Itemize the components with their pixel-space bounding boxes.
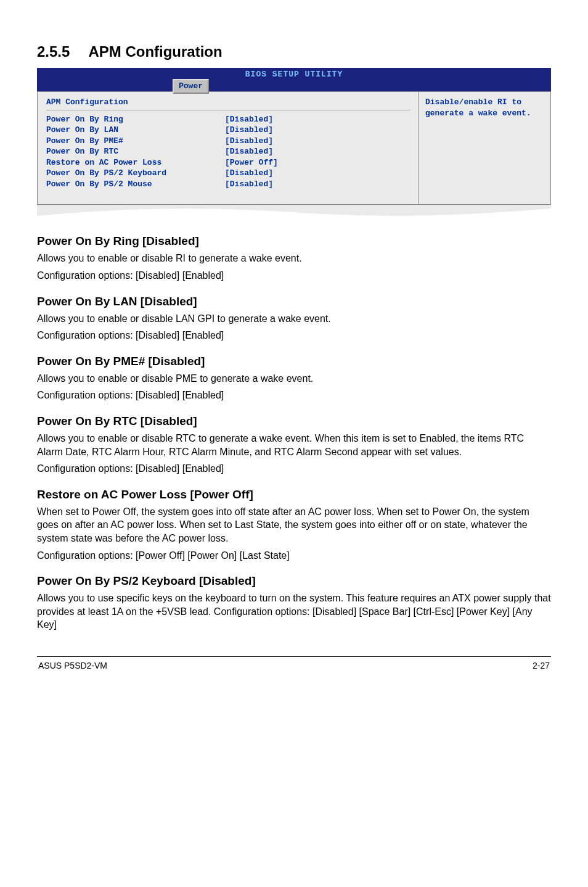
body-paragraph: Configuration options: [Disabled] [Enabl… — [37, 389, 551, 402]
body-paragraph: Configuration options: [Disabled] [Enabl… — [37, 462, 551, 476]
bios-header: BIOS SETUP UTILITY Power — [37, 68, 551, 91]
bios-panel-title: APM Configuration — [46, 97, 410, 108]
subsection-heading: Power On By LAN [Disabled] — [37, 295, 551, 308]
bios-setting-value: [Disabled] — [225, 125, 273, 136]
subsection-heading: Restore on AC Power Loss [Power Off] — [37, 488, 551, 501]
bios-setting-value: [Disabled] — [225, 146, 273, 157]
body-paragraph: Configuration options: [Disabled] [Enabl… — [37, 329, 551, 342]
bios-setting-label: Restore on AC Power Loss — [46, 157, 225, 168]
bios-setting-label: Power On By RTC — [46, 146, 225, 157]
body-paragraph: Allows you to enable or disable RI to ge… — [37, 252, 551, 265]
page-footer: ASUS P5SD2-VM 2-27 — [37, 661, 551, 689]
bios-setting-label: Power On By LAN — [46, 125, 225, 136]
body-paragraph: Allows you to enable or disable PME to g… — [37, 372, 551, 386]
body-paragraph: Configuration options: [Disabled] [Enabl… — [37, 269, 551, 283]
bios-setting-label: Power On By PS/2 Mouse — [46, 179, 225, 190]
bios-left-panel: APM Configuration Power On By Ring[Disab… — [37, 91, 419, 205]
bios-setting-row: Restore on AC Power Loss[Power Off] — [46, 157, 410, 168]
bios-setting-value: [Disabled] — [225, 168, 273, 179]
footer-divider — [37, 656, 551, 657]
bios-setting-row: Power On By RTC[Disabled] — [46, 146, 410, 157]
bios-help-text: Disable/enable RI to generate a wake eve… — [425, 97, 544, 118]
bios-setting-value: [Disabled] — [225, 114, 273, 125]
bios-setting-row: Power On By PS/2 Mouse[Disabled] — [46, 179, 410, 190]
bios-help-panel: Disable/enable RI to generate a wake eve… — [419, 91, 551, 205]
subsection-heading: Power On By PS/2 Keyboard [Disabled] — [37, 574, 551, 588]
bios-setting-value: [Disabled] — [225, 136, 273, 147]
bios-setting-label: Power On By PME# — [46, 136, 225, 147]
bios-header-title: BIOS SETUP UTILITY — [245, 70, 343, 79]
bios-setting-row: Power On By LAN[Disabled] — [46, 125, 410, 136]
bios-setting-row: Power On By Ring[Disabled] — [46, 114, 410, 125]
subsection-heading: Power On By Ring [Disabled] — [37, 234, 551, 248]
body-paragraph: Allows you to enable or disable LAN GPI … — [37, 312, 551, 326]
bios-bottom-fade — [37, 205, 551, 222]
bios-setting-label: Power On By PS/2 Keyboard — [46, 168, 225, 179]
bios-screenshot: BIOS SETUP UTILITY Power APM Configurati… — [37, 68, 551, 222]
body-paragraph: Allows you to enable or disable RTC to g… — [37, 432, 551, 458]
subsection-heading: Power On By PME# [Disabled] — [37, 355, 551, 368]
bios-setting-value: [Power Off] — [225, 157, 278, 168]
bios-body: APM Configuration Power On By Ring[Disab… — [37, 91, 551, 205]
footer-left: ASUS P5SD2-VM — [38, 661, 107, 670]
subsection-heading: Power On By RTC [Disabled] — [37, 415, 551, 428]
section-number: 2.5.5 — [37, 43, 70, 60]
bios-setting-label: Power On By Ring — [46, 114, 225, 125]
footer-right: 2-27 — [533, 661, 550, 670]
body-paragraph: Configuration options: [Power Off] [Powe… — [37, 549, 551, 563]
bios-tab-power: Power — [173, 79, 209, 94]
body-paragraph: When set to Power Off, the system goes i… — [37, 505, 551, 545]
section-title-text: APM Configuration — [88, 43, 222, 60]
bios-setting-row: Power On By PME#[Disabled] — [46, 136, 410, 147]
divider — [46, 110, 410, 110]
body-paragraph: Allows you to use specific keys on the k… — [37, 592, 551, 632]
bios-setting-value: [Disabled] — [225, 179, 273, 190]
section-heading: 2.5.5APM Configuration — [37, 43, 551, 60]
bios-setting-row: Power On By PS/2 Keyboard[Disabled] — [46, 168, 410, 179]
